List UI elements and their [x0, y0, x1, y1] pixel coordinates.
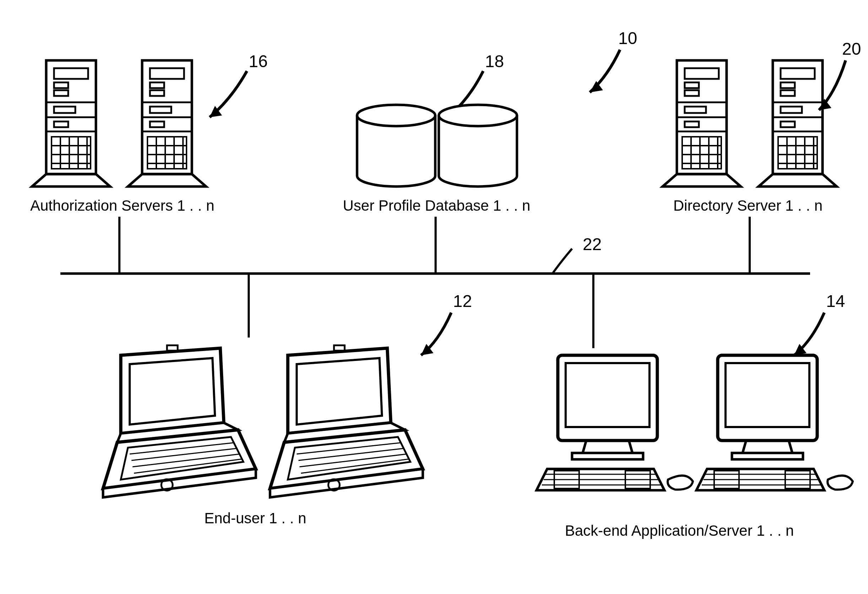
svg-line-89	[583, 441, 586, 453]
svg-rect-27	[150, 106, 171, 113]
svg-rect-75	[167, 345, 178, 351]
laptop-icon	[270, 345, 423, 497]
svg-rect-42	[685, 90, 699, 96]
svg-rect-29	[150, 121, 164, 127]
ref-12: 12	[453, 291, 472, 311]
label-end-user: End-user 1 . . n	[204, 510, 306, 527]
directory-server-icon	[759, 60, 837, 187]
label-user-profile-db: User Profile Database 1 . . n	[343, 197, 530, 214]
svg-rect-25	[150, 90, 164, 96]
svg-rect-10	[54, 106, 75, 113]
ref-16: 16	[249, 52, 267, 71]
svg-rect-101	[732, 453, 803, 459]
database-icon	[357, 105, 435, 187]
label-backend: Back-end Application/Server 1 . . n	[565, 522, 794, 539]
svg-rect-98	[726, 363, 809, 427]
svg-rect-61	[781, 106, 802, 113]
svg-rect-12	[54, 121, 68, 127]
desktop-pc-icon	[697, 355, 853, 490]
svg-point-73	[357, 105, 435, 126]
desktop-pc-icon	[536, 355, 693, 490]
svg-line-90	[629, 441, 632, 453]
ref-20: 20	[842, 39, 861, 59]
authorization-server-icon	[32, 60, 110, 187]
laptop-icon	[103, 345, 256, 497]
svg-rect-41	[685, 83, 699, 88]
svg-rect-63	[781, 121, 795, 127]
svg-line-100	[789, 441, 792, 453]
svg-point-74	[439, 105, 517, 126]
svg-line-99	[743, 441, 746, 453]
svg-rect-81	[334, 345, 345, 351]
svg-rect-59	[781, 90, 795, 96]
svg-rect-40	[685, 68, 719, 79]
network-diagram	[0, 0, 868, 594]
svg-rect-7	[54, 83, 68, 88]
svg-rect-8	[54, 90, 68, 96]
ref-10: 10	[618, 28, 637, 48]
database-icon	[439, 105, 517, 187]
svg-rect-44	[685, 106, 706, 113]
svg-rect-6	[54, 68, 88, 79]
ref-22: 22	[583, 234, 602, 254]
ref-18: 18	[485, 52, 504, 71]
svg-rect-46	[685, 121, 699, 127]
svg-rect-57	[781, 68, 815, 79]
label-auth-servers: Authorization Servers 1 . . n	[30, 197, 214, 214]
label-directory-server: Directory Server 1 . . n	[673, 197, 822, 214]
svg-rect-91	[572, 453, 643, 459]
svg-rect-58	[781, 83, 795, 88]
svg-rect-88	[565, 363, 650, 427]
svg-rect-23	[150, 68, 184, 79]
directory-server-icon	[663, 60, 741, 187]
authorization-server-icon	[128, 60, 206, 187]
ref-14: 14	[826, 291, 845, 311]
svg-rect-24	[150, 83, 164, 88]
